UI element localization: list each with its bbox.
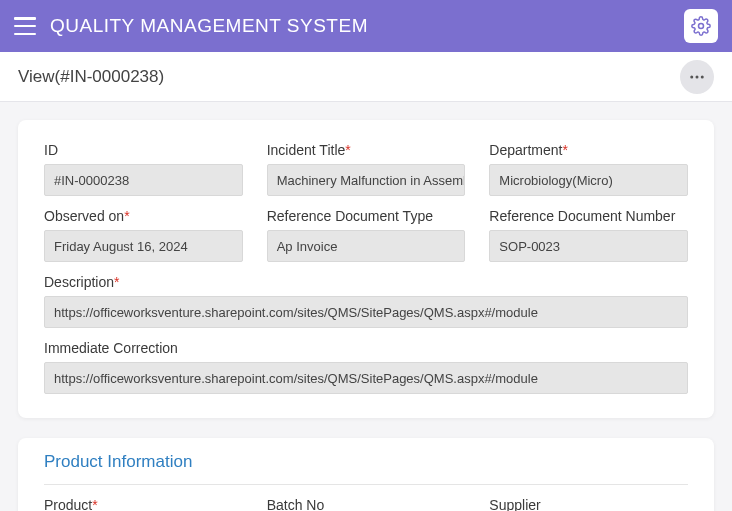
product-info-section-title: Product Information: [44, 438, 688, 485]
subheader: View(#IN-0000238): [0, 52, 732, 102]
more-horizontal-icon: [688, 68, 706, 86]
description-label: Description*: [44, 274, 688, 290]
content-area: ID #IN-0000238 Incident Title* Machinery…: [0, 102, 732, 511]
immediate-correction-field[interactable]: https://officeworksventure.sharepoint.co…: [44, 362, 688, 394]
product-label: Product*: [44, 497, 98, 511]
description-field[interactable]: https://officeworksventure.sharepoint.co…: [44, 296, 688, 328]
app-title: QUALITY MANAGEMENT SYSTEM: [50, 15, 368, 37]
svg-point-3: [701, 75, 704, 78]
ref-doc-number-label: Reference Document Number: [489, 208, 688, 224]
more-actions-button[interactable]: [680, 60, 714, 94]
ref-doc-type-label: Reference Document Type: [267, 208, 466, 224]
id-label: ID: [44, 142, 243, 158]
observed-on-field[interactable]: Friday August 16, 2024: [44, 230, 243, 262]
department-field[interactable]: Microbiology(Micro): [489, 164, 688, 196]
svg-point-0: [699, 24, 704, 29]
hamburger-menu-icon[interactable]: [14, 17, 36, 35]
id-field[interactable]: #IN-0000238: [44, 164, 243, 196]
incident-title-field[interactable]: Machinery Malfunction in Assembly Line: [267, 164, 466, 196]
settings-button[interactable]: [684, 9, 718, 43]
page-title: View(#IN-0000238): [18, 67, 164, 87]
app-header: QUALITY MANAGEMENT SYSTEM: [0, 0, 732, 52]
svg-point-2: [696, 75, 699, 78]
supplier-label: Supplier: [489, 497, 540, 511]
batch-no-label: Batch No: [267, 497, 325, 511]
incident-details-card: ID #IN-0000238 Incident Title* Machinery…: [18, 120, 714, 418]
ref-doc-number-field[interactable]: SOP-0023: [489, 230, 688, 262]
product-information-card: Product Information Product* Batch No Su…: [18, 438, 714, 511]
immediate-correction-label: Immediate Correction: [44, 340, 688, 356]
svg-point-1: [690, 75, 693, 78]
incident-title-label: Incident Title*: [267, 142, 466, 158]
ref-doc-type-field[interactable]: Ap Invoice: [267, 230, 466, 262]
observed-on-label: Observed on*: [44, 208, 243, 224]
gear-icon: [691, 16, 711, 36]
header-left: QUALITY MANAGEMENT SYSTEM: [14, 15, 368, 37]
department-label: Department*: [489, 142, 688, 158]
